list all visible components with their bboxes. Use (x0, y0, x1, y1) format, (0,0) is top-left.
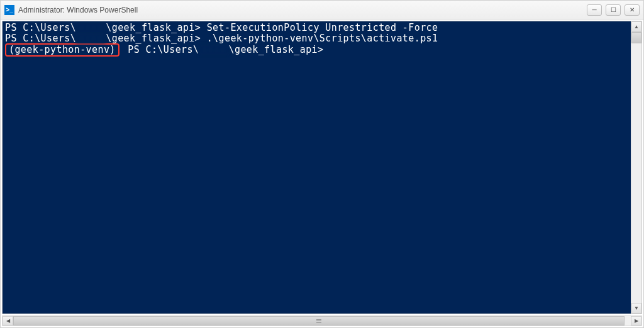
scroll-left-button[interactable]: ◀ (3, 316, 13, 325)
vertical-scrollbar[interactable]: ▲ ▼ (631, 21, 641, 314)
redacted-user: xxxxx (199, 45, 228, 55)
scroll-up-button[interactable]: ▲ (631, 21, 641, 32)
terminal-line: PS C:\Users\xxxxx\geek_flask_api> Set-Ex… (5, 23, 628, 33)
redacted-user: xxxxx (76, 23, 106, 33)
prompt-text: PS C:\Users\ (5, 33, 76, 44)
window-controls: ─ ☐ ✕ (587, 4, 640, 16)
command-text: Set-ExecutionPolicy Unrestricted -Force (207, 22, 438, 33)
horizontal-scrollbar[interactable]: ◀ ▶ (2, 315, 642, 326)
scroll-down-button[interactable]: ▼ (631, 303, 641, 314)
prompt-text: \geek_flask_api> (229, 44, 324, 55)
powershell-icon: >_ (4, 5, 14, 15)
horizontal-scrollbar-track[interactable] (13, 316, 631, 325)
prompt-text: PS C:\Users\ (122, 44, 199, 55)
powershell-window: >_ Administrator: Windows PowerShell ─ ☐… (0, 0, 644, 328)
vertical-scrollbar-thumb[interactable] (631, 32, 641, 43)
titlebar[interactable]: >_ Administrator: Windows PowerShell ─ ☐… (1, 1, 643, 19)
prompt-text: \geek_flask_api> (106, 22, 206, 33)
close-button[interactable]: ✕ (625, 4, 640, 16)
venv-indicator: (geek-python-venv) (9, 44, 116, 55)
terminal-line: PS C:\Users\xxxxx\geek_flask_api> .\geek… (5, 33, 628, 44)
prompt-text: PS C:\Users\ (5, 22, 76, 33)
prompt-text: \geek_flask_api> (106, 33, 206, 44)
scrollbar-grip-icon (316, 319, 321, 323)
terminal-line: (geek-python-venv) PS C:\Users\xxxxx\gee… (5, 43, 628, 57)
terminal-container: PS C:\Users\xxxxx\geek_flask_api> Set-Ex… (2, 21, 642, 314)
terminal[interactable]: PS C:\Users\xxxxx\geek_flask_api> Set-Ex… (3, 21, 631, 314)
horizontal-scrollbar-thumb[interactable] (13, 316, 625, 325)
minimize-button[interactable]: ─ (587, 4, 602, 16)
scroll-right-button[interactable]: ▶ (631, 316, 641, 325)
redacted-user: xxxxx (76, 33, 106, 44)
maximize-button[interactable]: ☐ (606, 4, 621, 16)
command-text: .\geek-python-venv\Scripts\activate.ps1 (207, 33, 438, 44)
vertical-scrollbar-track[interactable] (631, 32, 641, 303)
window-title: Administrator: Windows PowerShell (18, 6, 587, 14)
venv-indicator-highlight: (geek-python-venv) (5, 43, 119, 57)
